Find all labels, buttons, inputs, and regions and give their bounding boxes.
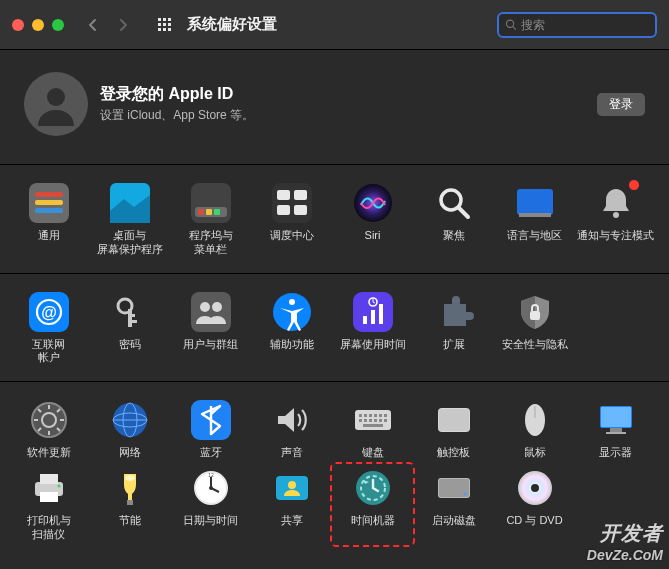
svg-point-33 [212, 302, 222, 312]
general-icon [29, 183, 69, 223]
svg-rect-15 [294, 190, 307, 200]
svg-point-93 [531, 484, 539, 492]
pref-mission-control[interactable]: 调度中心 [251, 179, 332, 261]
pref-passwords[interactable]: 密码 [89, 288, 170, 370]
pref-siri[interactable]: Siri [332, 179, 413, 261]
pref-bluetooth[interactable]: 蓝牙 [170, 396, 251, 464]
search-field[interactable] [497, 12, 657, 38]
passwords-icon [110, 292, 150, 332]
svg-rect-72 [606, 432, 626, 434]
svg-point-35 [289, 299, 295, 305]
back-button[interactable] [82, 14, 104, 36]
svg-rect-74 [40, 474, 58, 484]
pref-printers[interactable]: 打印机与 扫描仪 [8, 464, 89, 546]
svg-rect-63 [384, 419, 387, 422]
pref-internet-accounts[interactable]: @互联网 帐户 [8, 288, 89, 370]
pref-mouse[interactable]: 鼠标 [494, 396, 575, 464]
cd-dvd-icon [515, 468, 555, 508]
svg-rect-54 [369, 414, 372, 417]
pref-label: 启动磁盘 [432, 514, 476, 528]
window-title: 系统偏好设置 [187, 15, 277, 34]
pref-trackpad[interactable]: 触控板 [413, 396, 494, 464]
pref-dock[interactable]: 程序坞与 菜单栏 [170, 179, 251, 261]
pref-software-update[interactable]: 软件更新 [8, 396, 89, 464]
dock-icon [191, 183, 231, 223]
pref-spotlight[interactable]: 聚焦 [413, 179, 494, 261]
pref-language[interactable]: 语言与地区 [494, 179, 575, 261]
search-input[interactable] [521, 18, 649, 32]
svg-rect-70 [601, 407, 631, 427]
svg-rect-37 [363, 316, 367, 324]
pref-network[interactable]: 网络 [89, 396, 170, 464]
pref-label: 调度中心 [270, 229, 314, 243]
software-update-icon [29, 400, 69, 440]
minimize-window-button[interactable] [32, 19, 44, 31]
pref-keyboard[interactable]: 键盘 [332, 396, 413, 464]
svg-rect-75 [40, 492, 58, 502]
pref-desktop[interactable]: 桌面与 屏幕保护程序 [89, 179, 170, 261]
svg-rect-60 [369, 419, 372, 422]
forward-button[interactable] [112, 14, 134, 36]
pref-security[interactable]: 安全性与隐私 [494, 288, 575, 370]
svg-rect-6 [35, 208, 63, 213]
sign-in-button[interactable]: 登录 [597, 93, 645, 116]
pref-label: 蓝牙 [200, 446, 222, 460]
window-controls [12, 19, 64, 31]
svg-rect-31 [191, 292, 231, 332]
svg-rect-10 [198, 209, 204, 215]
svg-rect-12 [214, 209, 220, 215]
pref-displays[interactable]: 显示器 [575, 396, 656, 464]
svg-point-23 [613, 212, 619, 218]
notification-badge [628, 179, 640, 191]
pref-startup-disk[interactable]: 启动磁盘 [413, 464, 494, 546]
svg-rect-30 [128, 314, 135, 317]
pref-notifications[interactable]: 通知与专注模式 [575, 179, 656, 261]
pref-date-time[interactable]: 12日期与时间 [170, 464, 251, 546]
pref-energy[interactable]: 节能 [89, 464, 170, 546]
pref-label: 聚焦 [443, 229, 465, 243]
sharing-icon [272, 468, 312, 508]
svg-rect-57 [384, 414, 387, 417]
svg-rect-64 [363, 424, 383, 427]
pref-accessibility[interactable]: 辅助功能 [251, 288, 332, 370]
apple-id-banner: 登录您的 Apple ID 设置 iCloud、App Store 等。 登录 [0, 50, 669, 165]
show-all-icon[interactable] [158, 18, 171, 31]
avatar [24, 72, 88, 136]
svg-rect-38 [371, 310, 375, 324]
apple-id-subtext: 设置 iCloud、App Store 等。 [100, 107, 254, 124]
pref-label: 触控板 [437, 446, 470, 460]
security-icon [515, 292, 555, 332]
svg-point-0 [506, 20, 513, 27]
pref-cd-dvd[interactable]: CD 与 DVD [494, 464, 575, 546]
pref-extensions[interactable]: 扩展 [413, 288, 494, 370]
pref-time-machine[interactable]: 时间机器 [332, 464, 413, 546]
section-0: 通用桌面与 屏幕保护程序程序坞与 菜单栏调度中心Siri聚焦语言与地区通知与专注… [0, 165, 669, 274]
pref-sharing[interactable]: 共享 [251, 464, 332, 546]
pref-label: 显示器 [599, 446, 632, 460]
toolbar: 系统偏好设置 [0, 0, 669, 50]
svg-rect-71 [610, 428, 622, 432]
bluetooth-icon [191, 400, 231, 440]
pref-label: 辅助功能 [270, 338, 314, 352]
pref-general[interactable]: 通用 [8, 179, 89, 261]
svg-text:@: @ [41, 304, 57, 321]
pref-label: 扩展 [443, 338, 465, 352]
users-groups-icon [191, 292, 231, 332]
svg-rect-55 [374, 414, 377, 417]
language-icon [515, 183, 555, 223]
mission-control-icon [272, 183, 312, 223]
svg-rect-58 [359, 419, 362, 422]
fullscreen-window-button[interactable] [52, 19, 64, 31]
pref-label: CD 与 DVD [506, 514, 562, 528]
close-window-button[interactable] [12, 19, 24, 31]
svg-rect-53 [364, 414, 367, 417]
mouse-icon [515, 400, 555, 440]
trackpad-icon [434, 400, 474, 440]
pref-users-groups[interactable]: 用户与群组 [170, 288, 251, 370]
svg-point-83 [209, 486, 213, 490]
pref-sound[interactable]: 声音 [251, 396, 332, 464]
search-icon [505, 18, 517, 31]
pref-screen-time[interactable]: 屏幕使用时间 [332, 288, 413, 370]
startup-disk-icon [434, 468, 474, 508]
apple-id-heading: 登录您的 Apple ID [100, 84, 254, 105]
